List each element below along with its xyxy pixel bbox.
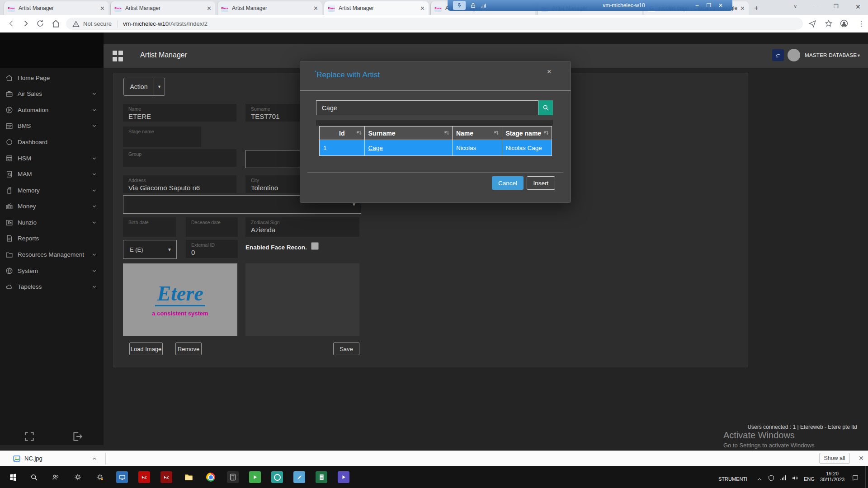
column-header-name[interactable]: Name (452, 127, 502, 140)
birth-date-field[interactable]: Birth date (123, 217, 176, 237)
security-label[interactable]: Not secure (83, 20, 112, 27)
fullscreen-toggle-icon[interactable] (24, 431, 35, 442)
logout-icon[interactable] (71, 431, 83, 442)
action-dropdown-arrow[interactable]: ▼ (154, 78, 165, 95)
tray-volume-icon[interactable] (791, 474, 798, 482)
window-minimize-button[interactable]: – (814, 3, 817, 10)
search-button[interactable] (538, 100, 553, 115)
taskbar-media-player-icon[interactable] (338, 471, 349, 483)
chevron-down-icon[interactable]: ▼ (857, 53, 861, 58)
user-avatar[interactable] (788, 49, 800, 61)
tray-toolbar-label[interactable]: STRUMENTI (718, 476, 747, 482)
name-field[interactable]: Name ETERE (123, 104, 236, 122)
taskbar-people-icon[interactable] (50, 471, 61, 483)
surname-link[interactable]: Cage (368, 145, 383, 151)
tab-close-icon[interactable]: ✕ (740, 5, 745, 12)
sidebar-item-bms[interactable]: BMS (0, 119, 104, 132)
group-field[interactable]: Group (123, 149, 236, 167)
sidebar-item-mam[interactable]: MAM (0, 167, 104, 181)
tray-network-icon[interactable] (779, 474, 787, 482)
cancel-button[interactable]: Cancel (492, 176, 524, 190)
browser-tab-2[interactable]: Etere Artist Manager ✕ (110, 1, 215, 15)
taskbar-filezilla-icon[interactable]: FZ (138, 471, 150, 483)
tray-chevron-up-icon[interactable] (756, 476, 763, 483)
rdp-pin-button[interactable] (453, 1, 466, 10)
tray-clock[interactable]: 19:20 30/11/2023 (816, 471, 848, 483)
url-host[interactable]: vm-michelec-w10 (123, 20, 169, 27)
artist-image[interactable]: Etere a consistent system (123, 263, 237, 336)
url-path[interactable]: /Artists/Index/2 (169, 20, 208, 27)
rdp-minimize-button[interactable]: – (692, 0, 703, 11)
rdp-connection-bar[interactable]: vm-michelec-w10 – ❐ ✕ (448, 0, 732, 11)
taskbar-file-explorer-icon[interactable] (183, 471, 194, 483)
taskbar-app-spreadsheet-icon[interactable] (316, 471, 327, 483)
back-button[interactable] (6, 19, 16, 28)
sidebar-item-dashboard[interactable]: Dashboard (0, 135, 104, 149)
cell-surname[interactable]: Cage (364, 140, 452, 156)
table-row-selected[interactable]: 1 Cage Nicolas Nicolas Cage (320, 140, 552, 156)
taskbar-remote-desktop-icon[interactable] (116, 471, 128, 483)
remove-button[interactable]: Remove (175, 343, 202, 355)
rdp-restore-button[interactable]: ❐ (703, 0, 714, 11)
taskbar-settings-icon[interactable] (72, 471, 84, 483)
download-expand-chevron-icon[interactable] (91, 456, 98, 461)
send-to-device-icon[interactable] (807, 19, 817, 28)
show-all-downloads-button[interactable]: Show all (819, 453, 850, 464)
secondary-image-placeholder[interactable] (245, 263, 359, 336)
stage-name-field[interactable]: Stage name (123, 127, 201, 147)
sidebar-item-resources-management[interactable]: Resources Management (0, 248, 104, 261)
taskbar-app-teal-icon[interactable] (271, 471, 283, 483)
shelf-close-icon[interactable]: ✕ (859, 455, 864, 462)
rdp-close-button[interactable]: ✕ (715, 0, 726, 11)
window-close-button[interactable]: ✕ (855, 3, 861, 10)
taskbar-app-blue-icon[interactable] (293, 471, 305, 483)
forward-button[interactable] (21, 19, 31, 28)
action-button-label[interactable]: Action (124, 78, 154, 95)
decease-date-field[interactable]: Decease date (186, 217, 238, 237)
tab-close-icon[interactable]: ✕ (420, 5, 425, 12)
brand-logo-block[interactable]: Etere a consistent system (0, 33, 104, 68)
action-split-button[interactable]: Action ▼ (123, 78, 165, 96)
artist-search-input[interactable]: Cage (316, 100, 538, 115)
sidebar-item-nunzio[interactable]: Nunzio (0, 216, 104, 229)
address-bar[interactable]: Not secure vm-michelec-w10 /Artists/Inde… (66, 18, 803, 30)
tab-close-icon[interactable]: ✕ (100, 5, 105, 12)
tab-close-icon[interactable]: ✕ (207, 5, 212, 12)
tab-close-icon[interactable]: ✕ (313, 5, 318, 12)
download-filename[interactable]: NC.jpg (24, 455, 42, 462)
tab-search-chevron-icon[interactable]: ˅ (794, 4, 797, 9)
sidebar-item-memory[interactable]: Memory (0, 183, 104, 197)
home-button[interactable] (51, 19, 61, 28)
browser-tab-1[interactable]: Etere Artist Manager ✕ (4, 1, 108, 15)
taskbar-chrome-icon[interactable] (205, 471, 217, 483)
load-image-button[interactable]: Load Image (129, 343, 163, 355)
bookmark-star-icon[interactable] (824, 19, 834, 28)
show-desktop-divider[interactable] (865, 466, 866, 488)
column-header-surname[interactable]: Surname (364, 127, 452, 140)
taskbar-calculator-icon[interactable] (227, 471, 239, 483)
sidebar-item-money[interactable]: Money (0, 199, 104, 213)
taskbar-services-icon[interactable] (94, 471, 106, 483)
sidebar-item-home-page[interactable]: Home Page (0, 71, 104, 84)
letter-select[interactable]: E (E) ▼ (123, 240, 177, 259)
new-tab-button[interactable]: + (754, 4, 759, 13)
dialog-close-icon[interactable]: × (547, 68, 551, 76)
etereweb-app-icon[interactable] (772, 49, 784, 61)
zodiacal-sign-field[interactable]: Zodiacal Sign Azienda (245, 217, 359, 237)
action-center-icon[interactable] (852, 474, 859, 482)
app-grid-icon[interactable] (113, 51, 123, 61)
address-field[interactable]: Address Via Giacomo Saputo n6 (123, 175, 236, 193)
window-restore-button[interactable]: ❐ (834, 3, 839, 9)
browser-tab-3[interactable]: Etere Artist Manager ✕ (217, 1, 322, 15)
browser-tab-4-active[interactable]: Etere Artist Manager ✕ (324, 1, 429, 15)
taskbar-filezilla-server-icon[interactable]: FZ (160, 471, 172, 483)
sidebar-item-tapeless[interactable]: Tapeless (0, 280, 104, 293)
browser-menu-kebab-icon[interactable]: ⋮ (856, 19, 866, 28)
column-header-stage-name[interactable]: Stage name (502, 127, 552, 140)
sidebar-item-reports[interactable]: Reports (0, 231, 104, 245)
external-id-field[interactable]: External ID 0 (186, 240, 238, 258)
tray-shield-icon[interactable] (768, 474, 775, 482)
profile-avatar-icon[interactable] (839, 19, 849, 28)
taskbar-app-green-icon[interactable] (249, 471, 261, 483)
taskbar-search-icon[interactable] (28, 471, 40, 483)
